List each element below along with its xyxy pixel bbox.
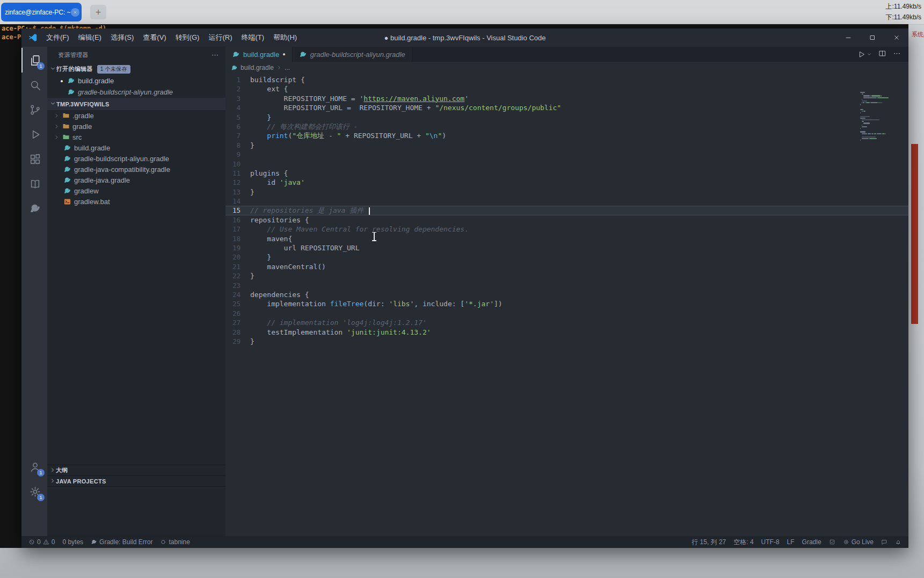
minimize-button[interactable] (836, 28, 860, 47)
menu-f[interactable]: 文件(F) (42, 31, 74, 44)
code-line-28[interactable]: 28 testImplementation 'junit:junit:4.13.… (225, 328, 908, 337)
project-section-header[interactable]: TMP.3WVFIQWILS (47, 98, 225, 110)
menu-s[interactable]: 选择(S) (106, 31, 138, 44)
status-problems[interactable]: 00 (25, 536, 59, 548)
file-label: build.gradle (78, 77, 114, 85)
code-line-25[interactable]: 25 implementation fileTree(dir: 'libs', … (225, 299, 908, 308)
open-editor-item[interactable]: gradle-buildscript-aliyun.gradle (47, 86, 225, 98)
code-line-6[interactable]: 6 // 每次构建都会打印该行 - (225, 122, 908, 131)
status-indentation[interactable]: 空格: 4 (730, 536, 757, 548)
code-line-4[interactable]: 4 REPOSITORY_URL = REPOSITORY_HOME + "/n… (225, 103, 908, 112)
code-line-5[interactable]: 5 } (225, 113, 908, 122)
code-line-15[interactable]: 15// repositories 是 java 插件 (225, 206, 908, 215)
activity-source-control-icon[interactable] (21, 97, 47, 122)
status-tabnine[interactable]: tabnine (156, 536, 193, 548)
x-icon[interactable] (72, 10, 78, 15)
line-number: 2 (225, 84, 250, 93)
code-line-1[interactable]: 1buildscript { (225, 75, 908, 84)
code-line-13[interactable]: 13} (225, 187, 908, 197)
editor-more-actions[interactable] (893, 49, 901, 60)
menu-t[interactable]: 终端(T) (237, 31, 268, 44)
activity-run-debug-icon[interactable] (21, 122, 47, 147)
code-line-3[interactable]: 3 REPOSITORY_HOME = 'https://maven.aliyu… (225, 94, 908, 103)
minimap[interactable] (860, 92, 905, 141)
activity-account-icon[interactable]: 1 (21, 454, 47, 479)
code-line-12[interactable]: 12 id 'java' (225, 178, 908, 187)
code-line-22[interactable]: 22} (225, 271, 908, 280)
code-line-24[interactable]: 24dependencies { (225, 290, 908, 299)
terminal-tab-close-button[interactable] (71, 8, 79, 17)
split-editor-button[interactable] (878, 49, 886, 60)
tree-folder[interactable]: .gradle (47, 110, 225, 121)
status-notifications[interactable] (891, 536, 905, 548)
status-file-size[interactable]: 0 bytes (59, 536, 87, 548)
activity-search-icon[interactable] (21, 73, 47, 97)
code-line-10[interactable]: 10 (225, 160, 908, 169)
menu-e[interactable]: 编辑(E) (74, 31, 106, 44)
status-language-mode[interactable]: Gradle (798, 536, 825, 548)
code-line-16[interactable]: 16repositories { (225, 215, 908, 225)
tab-build.gradle[interactable]: build.gradle● (225, 47, 293, 62)
tree-folder[interactable]: gradle (47, 121, 225, 132)
open-editors-section-header[interactable]: 打开的编辑器 1 个未保存 (47, 63, 225, 75)
code-line-20[interactable]: 20 } (225, 252, 908, 262)
activity-gradle-icon[interactable] (21, 196, 47, 221)
run-file-button[interactable] (857, 50, 872, 59)
file-label: gradle-java.gradle (74, 176, 130, 184)
close-button[interactable] (884, 28, 908, 47)
code-line-29[interactable]: 29} (225, 337, 908, 346)
breadcrumb-item[interactable]: build.gradle (241, 64, 274, 71)
bell-icon (895, 539, 901, 545)
activity-explorer-icon[interactable]: 1 (21, 48, 47, 73)
code-line-21[interactable]: 21 mavenCentral() (225, 262, 908, 271)
tree-file[interactable]: gradle-java.gradle (47, 175, 225, 185)
code-line-2[interactable]: 2 ext { (225, 84, 908, 93)
status-feedback[interactable] (877, 536, 891, 548)
chevron-down-icon (867, 52, 872, 57)
new-terminal-tab-button[interactable]: + (90, 5, 106, 19)
activity-docs-icon[interactable] (21, 171, 47, 196)
menu-r[interactable]: 运行(R) (204, 31, 236, 44)
status-go-live[interactable]: Go Live (839, 536, 877, 548)
activity-extensions-icon[interactable] (21, 147, 47, 171)
code-line-7[interactable]: 7 print("仓库地址 - " + REPOSITORY_URL + "\n… (225, 131, 908, 140)
code-line-8[interactable]: 8} (225, 141, 908, 150)
outline-section-header[interactable]: 大纲 (47, 465, 225, 476)
terminal-tab[interactable]: zinface@zinface-PC: ~ (1, 3, 82, 21)
code-editor[interactable]: 1buildscript {2 ext {3 REPOSITORY_HOME =… (225, 74, 908, 536)
open-editor-item[interactable]: ●build.gradle (47, 75, 225, 86)
code-line-23[interactable]: 23 (225, 281, 908, 290)
java-projects-section-header[interactable]: JAVA PROJECTS (47, 476, 225, 487)
code-line-27[interactable]: 27 // implementation 'log4j:log4j:1.2.17… (225, 318, 908, 327)
tree-file[interactable]: gradle-java-compatibility.gradle (47, 164, 225, 175)
code-line-11[interactable]: 11plugins { (225, 169, 908, 178)
breadcrumb-item[interactable]: ... (285, 64, 290, 71)
status-eol[interactable]: LF (783, 536, 798, 548)
tab-gradle-buildscript-aliyun.gradle[interactable]: gradle-buildscript-aliyun.gradle (293, 47, 412, 62)
tree-file[interactable]: gradlew (47, 185, 225, 196)
code-line-17[interactable]: 17 // Use Maven Central for resolving de… (225, 225, 908, 234)
tree-file[interactable]: build.gradle (47, 142, 225, 153)
more-icon[interactable] (211, 51, 219, 59)
status-gradle-build-status[interactable]: Gradle: Build Error (87, 536, 156, 548)
status-extension-status[interactable] (825, 536, 839, 548)
status-encoding[interactable]: UTF-8 (758, 536, 783, 548)
code-line-9[interactable]: 9 (225, 150, 908, 159)
maximize-button[interactable] (860, 28, 884, 47)
chevron-right-icon (277, 65, 282, 70)
code-line-18[interactable]: 18 maven{ (225, 234, 908, 243)
code-line-14[interactable]: 14 (225, 197, 908, 206)
menu-v[interactable]: 查看(V) (139, 31, 170, 44)
tree-folder[interactable]: src (47, 132, 225, 142)
menu-g[interactable]: 转到(G) (171, 31, 204, 44)
menu-h[interactable]: 帮助(H) (269, 31, 301, 44)
breadcrumb[interactable]: build.gradle... (225, 62, 908, 74)
code-line-26[interactable]: 26 (225, 309, 908, 318)
code-line-19[interactable]: 19 url REPOSITORY_URL (225, 243, 908, 252)
tree-file[interactable]: gradlew.bat (47, 196, 225, 207)
views-more-actions-icon[interactable] (211, 51, 219, 59)
chevron-right-icon (54, 134, 60, 140)
status-cursor-position[interactable]: 行 15, 列 27 (688, 536, 730, 548)
tree-file[interactable]: gradle-buildscript-aliyun.gradle (47, 153, 225, 164)
activity-settings-icon[interactable]: 1 (21, 479, 47, 504)
